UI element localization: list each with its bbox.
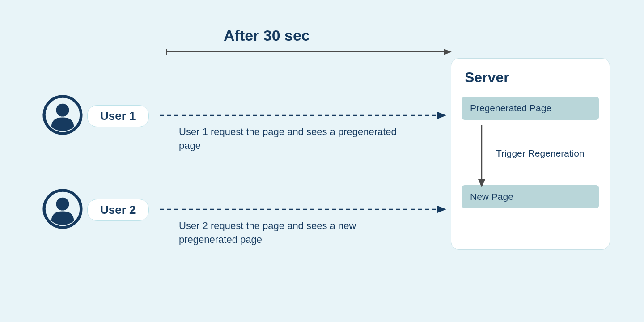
svg-point-4	[56, 104, 69, 117]
svg-point-8	[56, 198, 69, 211]
svg-marker-6	[437, 112, 446, 119]
regeneration-arrow	[477, 125, 486, 187]
user-2-label: User 2	[87, 199, 149, 221]
regeneration-label: Trigger Regeneration	[496, 148, 585, 159]
user-2-caption: User 2 request the page and sees a new p…	[179, 219, 402, 247]
new-page-box: New Page	[462, 185, 599, 208]
request-arrow-user-2	[160, 205, 446, 214]
user-avatar-icon	[42, 189, 83, 229]
user-1-label: User 1	[87, 105, 149, 127]
user-1-caption: User 1 request the page and sees a prege…	[179, 125, 402, 153]
server-panel: Server Pregenerated Page Trigger Regener…	[451, 58, 610, 250]
svg-marker-12	[478, 179, 485, 187]
user-avatar-icon	[42, 95, 83, 135]
svg-marker-10	[437, 206, 446, 213]
timeline-label: After 30 sec	[224, 27, 310, 44]
svg-marker-2	[444, 49, 452, 55]
server-title: Server	[465, 69, 599, 86]
request-arrow-user-1	[160, 111, 446, 120]
timeline-arrow	[165, 47, 452, 56]
pregenerated-page-box: Pregenerated Page	[462, 97, 599, 120]
